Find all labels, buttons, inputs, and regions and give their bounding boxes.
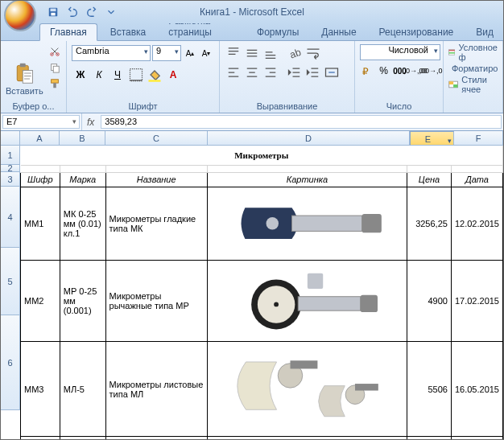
select-all-corner[interactable] <box>1 131 20 146</box>
align-top-icon[interactable] <box>225 44 242 62</box>
row-header-4[interactable]: 4 <box>1 187 20 248</box>
align-left-icon[interactable] <box>225 64 242 81</box>
svg-text:₽: ₽ <box>362 65 369 76</box>
copy-icon[interactable] <box>47 60 63 75</box>
col-header-a[interactable]: A <box>20 131 60 146</box>
fill-color-button[interactable] <box>146 66 163 84</box>
cell-styles-button[interactable]: Стили ячее <box>448 76 498 93</box>
cell[interactable]: 3256,25 <box>407 187 451 260</box>
tab-insert[interactable]: Вставка <box>101 24 156 40</box>
office-button[interactable] <box>4 0 36 31</box>
paste-icon <box>12 62 36 84</box>
orientation-icon[interactable]: ab <box>286 44 304 62</box>
cell[interactable]: МР 0-25 мм (0.001) <box>60 260 105 342</box>
font-size-select[interactable]: 9 <box>152 45 181 61</box>
col-header-d[interactable]: D <box>208 131 410 146</box>
row-header-2[interactable]: 2 <box>1 165 20 172</box>
micrometer-mk-icon <box>229 192 386 254</box>
format-painter-icon[interactable] <box>47 76 63 91</box>
svg-rect-34 <box>307 273 322 289</box>
col-header-c[interactable]: C <box>105 131 208 146</box>
grow-font-icon[interactable]: A▴ <box>183 44 197 62</box>
svg-rect-20 <box>449 52 455 54</box>
qat-dropdown-icon[interactable] <box>102 4 120 20</box>
cell[interactable]: Микрометры листовые типа МЛ <box>105 342 207 437</box>
cell[interactable]: Микрометры рычажные типа МР <box>105 260 207 342</box>
redo-icon[interactable] <box>83 4 101 20</box>
svg-rect-24 <box>449 81 453 84</box>
row-header-6[interactable]: 6 <box>1 315 20 410</box>
group-font: Cambria 9 A▴ A▾ Ж К Ч A Шрифт <box>67 41 220 113</box>
cell-header[interactable]: Картинка <box>207 172 407 187</box>
cell[interactable]: МЛ-5 <box>60 342 105 437</box>
tab-home[interactable]: Главная <box>39 23 97 41</box>
shrink-font-icon[interactable]: A▾ <box>199 44 213 62</box>
font-color-button[interactable]: A <box>164 66 182 84</box>
row-header-1[interactable]: 1 <box>1 146 20 165</box>
cell-header[interactable]: Марка <box>60 172 105 187</box>
col-header-b[interactable]: B <box>60 131 105 146</box>
align-right-icon[interactable] <box>262 64 279 81</box>
align-bottom-icon[interactable] <box>262 44 279 62</box>
row-header-5[interactable]: 5 <box>1 248 20 315</box>
group-styles: Условное ф Форматиро Стили ячее <box>444 41 503 113</box>
col-header-f[interactable]: F <box>454 131 503 146</box>
col-header-e[interactable]: E <box>410 131 454 146</box>
cut-icon[interactable] <box>47 44 63 59</box>
cell-title[interactable]: Микрометры <box>21 146 503 165</box>
row-header-3[interactable]: 3 <box>1 172 20 187</box>
cell-header[interactable]: Дата <box>451 172 502 187</box>
tab-data[interactable]: Данные <box>312 24 366 40</box>
save-icon[interactable] <box>44 4 62 20</box>
cell[interactable]: 17.02.2015 <box>451 260 502 342</box>
undo-icon[interactable] <box>64 4 81 20</box>
cell-header[interactable]: Шифр <box>21 172 60 187</box>
accounting-format-icon[interactable]: ₽ <box>360 62 375 80</box>
fx-button[interactable]: fx <box>87 117 94 128</box>
align-middle-icon[interactable] <box>243 44 261 62</box>
fx-area: fx <box>81 113 99 130</box>
cells-area[interactable]: A B C D E F Микрометры Шифр Марка Назван… <box>20 131 503 440</box>
micrometer-ml-icon <box>225 348 389 430</box>
cell[interactable]: 4900 <box>407 260 451 342</box>
cell[interactable]: 16.05.2015 <box>451 342 502 437</box>
cell[interactable]: ММ2 <box>21 260 60 342</box>
border-button[interactable] <box>127 66 145 84</box>
wrap-text-icon[interactable] <box>304 44 322 62</box>
underline-button[interactable]: Ч <box>109 66 126 84</box>
conditional-formatting-button[interactable]: Условное ф <box>448 44 498 60</box>
cell-header[interactable]: Цена <box>407 172 451 187</box>
cell[interactable]: ММ3 <box>21 342 60 437</box>
tab-formulas[interactable]: Формулы <box>247 24 308 40</box>
decrease-decimal-icon[interactable]: ,00→,0 <box>423 62 438 80</box>
formula-input[interactable]: 3589,23 <box>101 115 502 129</box>
cell-image[interactable] <box>207 260 407 342</box>
cell[interactable]: Микрометры гладкие типа МК <box>105 187 207 260</box>
merge-icon[interactable] <box>323 64 341 81</box>
tab-view[interactable]: Вид <box>466 24 503 40</box>
name-box[interactable]: E7 <box>2 115 80 129</box>
svg-rect-12 <box>130 69 143 81</box>
cell-image[interactable] <box>207 342 407 437</box>
cell-image[interactable] <box>207 187 407 260</box>
svg-text:ab: ab <box>288 47 303 61</box>
svg-rect-27 <box>361 214 381 232</box>
cell[interactable]: 5506 <box>407 342 451 437</box>
svg-rect-5 <box>23 70 33 83</box>
align-center-icon[interactable] <box>243 64 261 81</box>
cell-header[interactable]: Название <box>105 172 207 187</box>
number-format-select[interactable]: Числовой <box>360 44 440 60</box>
percent-format-icon[interactable]: % <box>376 62 391 80</box>
cell[interactable]: МК 0-25 мм (0.01) кл.1 <box>60 187 105 260</box>
format-as-table-button[interactable]: Форматиро <box>448 60 498 76</box>
tab-review[interactable]: Рецензирование <box>370 24 464 40</box>
font-name-select[interactable]: Cambria <box>72 45 151 61</box>
cell[interactable]: 12.02.2015 <box>451 187 502 260</box>
bold-button[interactable]: Ж <box>72 66 89 84</box>
decrease-indent-icon[interactable] <box>286 64 304 81</box>
cell[interactable]: ММ1 <box>21 187 60 260</box>
svg-rect-14 <box>149 80 161 82</box>
italic-button[interactable]: К <box>90 66 108 84</box>
svg-rect-26 <box>291 216 361 231</box>
increase-indent-icon[interactable] <box>304 64 322 81</box>
